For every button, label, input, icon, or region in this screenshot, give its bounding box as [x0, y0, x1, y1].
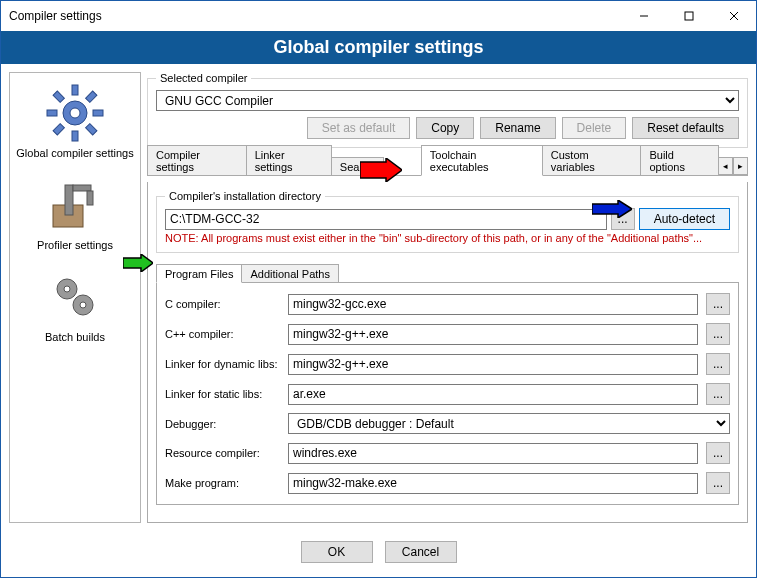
input-linker-dynamic[interactable]: [288, 354, 698, 375]
install-dir-group: Compiler's installation directory ... Au…: [156, 190, 739, 253]
svg-rect-1: [685, 12, 693, 20]
label-debugger: Debugger:: [165, 418, 280, 430]
tab-scroll-right[interactable]: ▸: [733, 157, 748, 175]
svg-rect-7: [47, 110, 57, 116]
row-linker-dynamic: Linker for dynamic libs: ...: [165, 353, 730, 375]
tab-compiler-settings[interactable]: Compiler settings: [147, 145, 247, 175]
main-tabbar: Compiler settings Linker settings Search…: [147, 154, 748, 176]
row-resource-compiler: Resource compiler: ...: [165, 442, 730, 464]
main-panel: Selected compiler GNU GCC Compiler Set a…: [147, 72, 748, 523]
titlebar: Compiler settings: [1, 1, 756, 31]
label-linker-static: Linker for static libs:: [165, 388, 280, 400]
svg-rect-10: [53, 124, 64, 135]
label-make-program: Make program:: [165, 477, 280, 489]
tab-build-options[interactable]: Build options: [640, 145, 719, 175]
cancel-button[interactable]: Cancel: [385, 541, 457, 563]
delete-button[interactable]: Delete: [562, 117, 627, 139]
svg-point-21: [80, 302, 86, 308]
reset-defaults-button[interactable]: Reset defaults: [632, 117, 739, 139]
svg-rect-6: [72, 131, 78, 141]
tab-toolchain-executables[interactable]: Toolchain executables: [421, 145, 543, 176]
sidebar-item-label: Global compiler settings: [16, 147, 133, 159]
sidebar: Global compiler settings Profiler settin…: [9, 72, 141, 523]
row-cpp-compiler: C++ compiler: ...: [165, 323, 730, 345]
input-make-program[interactable]: [288, 473, 698, 494]
svg-rect-15: [65, 185, 73, 215]
row-debugger: Debugger: GDB/CDB debugger : Default: [165, 413, 730, 434]
selected-compiler-group: Selected compiler GNU GCC Compiler Set a…: [147, 72, 748, 148]
row-linker-static: Linker for static libs: ...: [165, 383, 730, 405]
set-default-button[interactable]: Set as default: [307, 117, 410, 139]
batch-icon: [45, 267, 105, 327]
page-title: Global compiler settings: [1, 31, 756, 64]
subtab-program-files[interactable]: Program Files: [156, 264, 242, 283]
browse-linker-dynamic[interactable]: ...: [706, 353, 730, 375]
label-cpp-compiler: C++ compiler:: [165, 328, 280, 340]
sub-tabbar: Program Files Additional Paths: [156, 261, 739, 283]
autodetect-button[interactable]: Auto-detect: [639, 208, 730, 230]
sidebar-item-label: Batch builds: [45, 331, 105, 343]
minimize-button[interactable]: [621, 1, 666, 31]
copy-button[interactable]: Copy: [416, 117, 474, 139]
sidebar-item-label: Profiler settings: [37, 239, 113, 251]
window-controls: [621, 1, 756, 31]
tab-search[interactable]: Search: [331, 157, 384, 175]
rename-button[interactable]: Rename: [480, 117, 555, 139]
input-cpp-compiler[interactable]: [288, 324, 698, 345]
install-dir-input[interactable]: [165, 209, 607, 230]
sidebar-item-profiler[interactable]: Profiler settings: [10, 169, 140, 261]
input-c-compiler[interactable]: [288, 294, 698, 315]
browse-linker-static[interactable]: ...: [706, 383, 730, 405]
label-c-compiler: C compiler:: [165, 298, 280, 310]
tab-scroll-left[interactable]: ◂: [718, 157, 733, 175]
browse-resource-compiler[interactable]: ...: [706, 442, 730, 464]
select-debugger[interactable]: GDB/CDB debugger : Default: [288, 413, 730, 434]
dialog-window: Compiler settings Global compiler settin…: [0, 0, 757, 578]
sidebar-item-batch-builds[interactable]: Batch builds: [10, 261, 140, 353]
svg-rect-12: [86, 124, 97, 135]
close-button[interactable]: [711, 1, 756, 31]
svg-rect-5: [72, 85, 78, 95]
input-linker-static[interactable]: [288, 384, 698, 405]
browse-cpp-compiler[interactable]: ...: [706, 323, 730, 345]
browse-make-program[interactable]: ...: [706, 472, 730, 494]
gear-icon: [45, 83, 105, 143]
svg-rect-11: [53, 91, 64, 102]
label-resource-compiler: Resource compiler:: [165, 447, 280, 459]
label-linker-dynamic: Linker for dynamic libs:: [165, 358, 280, 370]
maximize-button[interactable]: [666, 1, 711, 31]
subtab-additional-paths[interactable]: Additional Paths: [241, 264, 339, 282]
row-c-compiler: C compiler: ...: [165, 293, 730, 315]
tab-linker-settings[interactable]: Linker settings: [246, 145, 332, 175]
dialog-footer: OK Cancel: [1, 531, 756, 577]
sidebar-item-global-compiler[interactable]: Global compiler settings: [10, 77, 140, 169]
selected-compiler-legend: Selected compiler: [156, 72, 251, 84]
svg-rect-16: [73, 185, 91, 191]
svg-rect-9: [86, 91, 97, 102]
input-resource-compiler[interactable]: [288, 443, 698, 464]
program-files-panel: C compiler: ... C++ compiler: ... Linker…: [156, 283, 739, 505]
window-title: Compiler settings: [9, 9, 621, 23]
install-dir-legend: Compiler's installation directory: [165, 190, 325, 202]
tab-custom-variables[interactable]: Custom variables: [542, 145, 642, 175]
profiler-icon: [45, 175, 105, 235]
browse-c-compiler[interactable]: ...: [706, 293, 730, 315]
compiler-select[interactable]: GNU GCC Compiler: [156, 90, 739, 111]
svg-point-13: [70, 108, 80, 118]
content-area: Global compiler settings Profiler settin…: [1, 64, 756, 531]
browse-install-dir-button[interactable]: ...: [611, 208, 635, 230]
ok-button[interactable]: OK: [301, 541, 373, 563]
toolchain-pane: Compiler's installation directory ... Au…: [147, 182, 748, 523]
svg-point-19: [64, 286, 70, 292]
install-dir-note: NOTE: All programs must exist either in …: [165, 232, 730, 244]
row-make-program: Make program: ...: [165, 472, 730, 494]
svg-rect-8: [93, 110, 103, 116]
svg-rect-17: [87, 191, 93, 205]
